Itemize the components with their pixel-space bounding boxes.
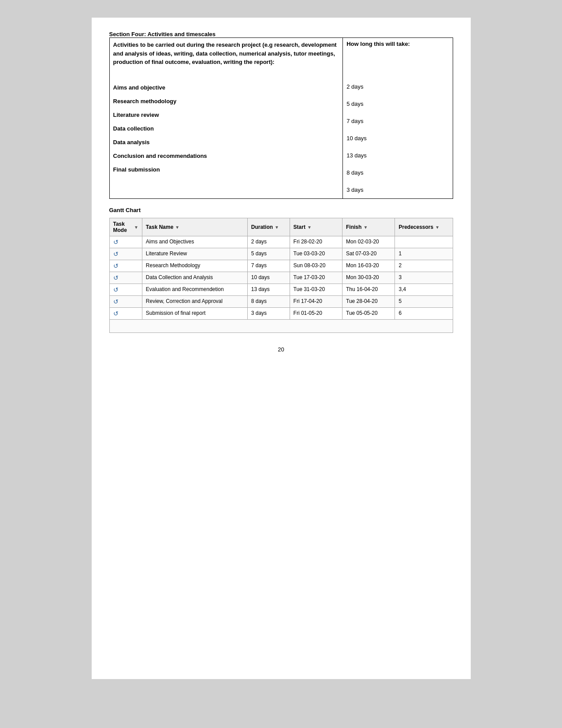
table-row-empty xyxy=(109,320,453,333)
duration-item-1: 2 days xyxy=(346,80,449,93)
task-mode-icon-6: ↺ xyxy=(113,298,119,305)
task-start-3: Sun 08-03-20 xyxy=(290,260,342,272)
task-finish-2: Sat 07-03-20 xyxy=(342,248,395,260)
activity-item-7: Final submission xyxy=(113,162,339,175)
page-number: 20 xyxy=(109,346,453,353)
task-name-5: Evaluation and Recommendetion xyxy=(142,284,247,296)
table-row: ↺ Literature Review 5 days Tue 03-03-20 … xyxy=(109,248,453,260)
task-pred-3: 2 xyxy=(395,260,453,272)
activity-item-4: Data collection xyxy=(113,121,339,134)
task-mode-6: ↺ xyxy=(109,296,142,308)
table-row: ↺ Data Collection and Analysis 10 days T… xyxy=(109,272,453,284)
duration-item-7: 3 days xyxy=(346,183,449,196)
page: Section Four: Activities and timescales … xyxy=(92,18,471,679)
task-name-2: Literature Review xyxy=(142,248,247,260)
task-mode-5: ↺ xyxy=(109,284,142,296)
task-finish-3: Mon 16-03-20 xyxy=(342,260,395,272)
task-name-7: Submission of final report xyxy=(142,308,247,320)
duration-sort-icon: ▼ xyxy=(275,225,279,230)
task-mode-2: ↺ xyxy=(109,248,142,260)
task-mode-1: ↺ xyxy=(109,236,142,248)
description-text: Activities to be carried out during the … xyxy=(113,41,339,67)
task-duration-4: 10 days xyxy=(247,272,290,284)
activities-left-col: Activities to be carried out during the … xyxy=(109,38,343,199)
activity-item-2: Research methodology xyxy=(113,93,339,107)
task-finish-4: Mon 30-03-20 xyxy=(342,272,395,284)
col-header-duration[interactable]: Duration ▼ xyxy=(247,218,290,236)
task-name-sort-icon: ▼ xyxy=(175,225,179,230)
col-header-finish[interactable]: Finish ▼ xyxy=(342,218,395,236)
table-row: ↺ Submission of final report 3 days Fri … xyxy=(109,308,453,320)
gantt-title: Gantt Chart xyxy=(109,207,453,213)
task-duration-5: 13 days xyxy=(247,284,290,296)
task-mode-sort-icon: ▼ xyxy=(134,225,138,230)
col-header-start[interactable]: Start ▼ xyxy=(290,218,342,236)
empty-row xyxy=(109,320,453,333)
task-name-1: Aims and Objectives xyxy=(142,236,247,248)
task-pred-4: 3 xyxy=(395,272,453,284)
task-finish-6: Tue 28-04-20 xyxy=(342,296,395,308)
task-start-4: Tue 17-03-20 xyxy=(290,272,342,284)
activity-item-5: Data analysis xyxy=(113,134,339,148)
task-start-2: Tue 03-03-20 xyxy=(290,248,342,260)
activity-item-3: Literature review xyxy=(113,107,339,121)
table-row: ↺ Review, Correction and Approval 8 days… xyxy=(109,296,453,308)
gantt-table: Task Mode ▼ Task Name ▼ Duration ▼ xyxy=(109,218,453,333)
activities-table: Activities to be carried out during the … xyxy=(109,37,453,199)
task-finish-7: Tue 05-05-20 xyxy=(342,308,395,320)
col-header-task-name[interactable]: Task Name ▼ xyxy=(142,218,247,236)
duration-item-6: 8 days xyxy=(346,166,449,179)
task-pred-5: 3,4 xyxy=(395,284,453,296)
task-mode-icon-5: ↺ xyxy=(113,286,119,293)
task-mode-7: ↺ xyxy=(109,308,142,320)
task-finish-5: Thu 16-04-20 xyxy=(342,284,395,296)
task-name-4: Data Collection and Analysis xyxy=(142,272,247,284)
activity-item-1: Aims and objective xyxy=(113,80,339,93)
task-mode-icon-1: ↺ xyxy=(113,239,119,246)
table-row: ↺ Evaluation and Recommendetion 13 days … xyxy=(109,284,453,296)
task-duration-2: 5 days xyxy=(247,248,290,260)
task-duration-1: 2 days xyxy=(247,236,290,248)
section-title: Section Four: Activities and timescales xyxy=(109,31,453,37)
task-duration-7: 3 days xyxy=(247,308,290,320)
task-mode-icon-7: ↺ xyxy=(113,310,119,317)
col-header-task-mode[interactable]: Task Mode ▼ xyxy=(109,218,142,236)
task-mode-icon-4: ↺ xyxy=(113,274,119,281)
duration-item-2: 5 days xyxy=(346,97,449,110)
activity-item-6: Conclusion and recommendations xyxy=(113,148,339,162)
task-mode-icon-3: ↺ xyxy=(113,262,119,269)
task-duration-3: 7 days xyxy=(247,260,290,272)
duration-item-5: 13 days xyxy=(346,149,449,161)
task-pred-7: 6 xyxy=(395,308,453,320)
predecessors-sort-icon: ▼ xyxy=(435,225,439,230)
duration-item-4: 10 days xyxy=(346,131,449,144)
finish-sort-icon: ▼ xyxy=(363,225,368,230)
task-mode-4: ↺ xyxy=(109,272,142,284)
table-row: ↺ Aims and Objectives 2 days Fri 28-02-2… xyxy=(109,236,453,248)
task-start-1: Fri 28-02-20 xyxy=(290,236,342,248)
gantt-header-row: Task Mode ▼ Task Name ▼ Duration ▼ xyxy=(109,218,453,236)
task-start-6: Fri 17-04-20 xyxy=(290,296,342,308)
task-pred-2: 1 xyxy=(395,248,453,260)
task-mode-3: ↺ xyxy=(109,260,142,272)
task-finish-1: Mon 02-03-20 xyxy=(342,236,395,248)
task-pred-1 xyxy=(395,236,453,248)
how-long-header: How long this will take: xyxy=(346,41,449,51)
task-pred-6: 5 xyxy=(395,296,453,308)
task-name-3: Research Methodology xyxy=(142,260,247,272)
start-sort-icon: ▼ xyxy=(307,225,312,230)
table-row: ↺ Research Methodology 7 days Sun 08-03-… xyxy=(109,260,453,272)
col-header-predecessors[interactable]: Predecessors ▼ xyxy=(395,218,453,236)
task-duration-6: 8 days xyxy=(247,296,290,308)
task-start-5: Tue 31-03-20 xyxy=(290,284,342,296)
activities-right-col: How long this will take: 2 days 5 days 7… xyxy=(343,38,453,199)
task-name-6: Review, Correction and Approval xyxy=(142,296,247,308)
task-mode-icon-2: ↺ xyxy=(113,250,119,258)
task-start-7: Fri 01-05-20 xyxy=(290,308,342,320)
duration-item-3: 7 days xyxy=(346,114,449,127)
